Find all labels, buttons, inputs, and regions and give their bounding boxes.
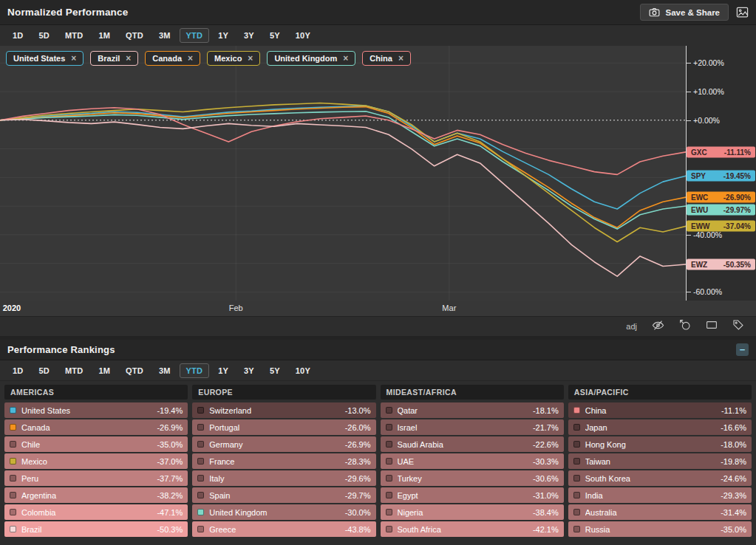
- performance-chart[interactable]: [0, 46, 686, 301]
- ranking-row[interactable]: Argentina-38.2%: [4, 487, 188, 503]
- range-tab-5y[interactable]: 5Y: [263, 363, 287, 378]
- series-swatch: [10, 526, 16, 532]
- chip-close-icon[interactable]: ×: [398, 54, 403, 63]
- ranking-row[interactable]: Israel-21.7%: [381, 419, 564, 435]
- range-tab-mtd[interactable]: MTD: [58, 28, 89, 43]
- badge-ticker: EWZ: [691, 260, 707, 268]
- chip-close-icon[interactable]: ×: [126, 54, 131, 63]
- heat-swatch: [386, 475, 392, 481]
- ranking-row[interactable]: China-11.1%: [568, 402, 752, 418]
- ranking-row[interactable]: UAE-30.3%: [381, 453, 564, 469]
- country-name: Turkey: [398, 474, 533, 483]
- series-badge-eww: EWW-37.04%: [687, 221, 755, 232]
- export-image-button[interactable]: [736, 7, 749, 18]
- ranking-row[interactable]: Taiwan-19.8%: [568, 453, 752, 469]
- heat-swatch: [10, 509, 16, 515]
- range-tab-mtd[interactable]: MTD: [58, 363, 89, 378]
- badge-value: -50.35%: [723, 260, 751, 268]
- range-tab-5d[interactable]: 5D: [32, 28, 55, 43]
- annotation-tool-button[interactable]: [679, 319, 691, 334]
- column-header: EUROPE: [192, 385, 375, 400]
- ranking-row[interactable]: Brazil-50.3%: [4, 521, 188, 537]
- heat-swatch: [386, 441, 392, 448]
- ranking-row[interactable]: Egypt-31.0%: [381, 487, 564, 503]
- country-return: -38.2%: [157, 491, 183, 500]
- region-select-button[interactable]: [706, 320, 718, 333]
- ticker-chip[interactable]: Mexico×: [207, 51, 260, 66]
- ranking-row[interactable]: Italy-29.6%: [192, 470, 375, 486]
- ticker-chip[interactable]: United States×: [6, 51, 84, 66]
- range-tab-5d[interactable]: 5D: [32, 363, 55, 378]
- ranking-row[interactable]: South Korea-24.6%: [568, 470, 752, 486]
- country-name: Germany: [209, 440, 344, 449]
- ranking-row[interactable]: Colombia-47.1%: [4, 504, 188, 520]
- range-tab-5y[interactable]: 5Y: [263, 28, 287, 43]
- range-tab-1d[interactable]: 1D: [6, 28, 30, 43]
- ranking-row[interactable]: India-29.3%: [568, 487, 752, 503]
- ranking-row[interactable]: Nigeria-38.4%: [381, 504, 564, 520]
- range-tab-qtd[interactable]: QTD: [119, 28, 150, 43]
- ranking-row[interactable]: Russia-35.0%: [568, 521, 752, 537]
- range-tab-1d[interactable]: 1D: [6, 363, 30, 378]
- country-return: -35.0%: [157, 440, 183, 449]
- ranking-row[interactable]: Switzerland-13.0%: [192, 402, 375, 418]
- ranking-row[interactable]: United States-19.4%: [4, 402, 188, 418]
- ranking-row[interactable]: Spain-29.7%: [192, 487, 375, 503]
- range-tab-1m[interactable]: 1M: [92, 28, 117, 43]
- collapse-panel-button[interactable]: −: [736, 343, 749, 356]
- ranking-row[interactable]: South Africa-42.1%: [381, 521, 564, 537]
- ticker-chip[interactable]: Brazil×: [90, 51, 138, 66]
- chip-close-icon[interactable]: ×: [71, 54, 76, 63]
- ranking-row[interactable]: United Kingdom-30.0%: [192, 504, 375, 520]
- country-return: -37.0%: [157, 457, 183, 466]
- ranking-row[interactable]: Hong Kong-18.0%: [568, 436, 752, 452]
- country-return: -22.6%: [533, 440, 559, 449]
- country-name: United Kingdom: [209, 508, 344, 517]
- range-tab-ytd[interactable]: YTD: [180, 363, 210, 378]
- ranking-row[interactable]: Saudi Arabia-22.6%: [381, 436, 564, 452]
- range-tab-3m[interactable]: 3M: [152, 28, 177, 43]
- hide-events-button[interactable]: [652, 320, 664, 334]
- ranking-row[interactable]: Chile-35.0%: [4, 436, 188, 452]
- ticker-chip[interactable]: United Kingdom×: [267, 51, 355, 66]
- range-tab-3y[interactable]: 3Y: [237, 363, 261, 378]
- range-tab-10y[interactable]: 10Y: [289, 28, 317, 43]
- ranking-row[interactable]: Greece-43.8%: [192, 521, 375, 537]
- range-tab-1m[interactable]: 1M: [92, 363, 117, 378]
- ranking-row[interactable]: Canada-26.9%: [4, 419, 188, 435]
- series-swatch: [573, 407, 580, 414]
- ranking-row[interactable]: France-28.3%: [192, 453, 375, 469]
- labels-toggle-button[interactable]: [732, 319, 744, 334]
- chip-close-icon[interactable]: ×: [188, 54, 193, 63]
- ticker-chip[interactable]: China×: [362, 51, 411, 66]
- range-tab-3m[interactable]: 3M: [152, 363, 177, 378]
- country-name: Nigeria: [398, 508, 533, 517]
- range-tab-1y[interactable]: 1Y: [211, 363, 235, 378]
- country-name: Australia: [585, 508, 721, 517]
- ranking-row[interactable]: Portugal-26.0%: [192, 419, 375, 435]
- heat-swatch: [573, 509, 580, 515]
- ranking-row[interactable]: Australia-31.4%: [568, 504, 752, 520]
- ranking-row[interactable]: Mexico-37.0%: [4, 453, 188, 469]
- adjusted-toggle[interactable]: adj: [626, 322, 637, 331]
- x-axis-label: Feb: [229, 304, 243, 312]
- country-return: -37.7%: [157, 474, 183, 483]
- ranking-row[interactable]: Qatar-18.1%: [381, 402, 564, 418]
- column-header: MIDEAST/AFRICA: [381, 385, 564, 400]
- range-tab-ytd[interactable]: YTD: [180, 28, 210, 43]
- ranking-row[interactable]: Turkey-30.6%: [381, 470, 564, 486]
- range-tab-10y[interactable]: 10Y: [289, 363, 317, 378]
- range-tab-1y[interactable]: 1Y: [211, 28, 235, 43]
- range-tab-qtd[interactable]: QTD: [119, 363, 150, 378]
- ticker-chip[interactable]: Canada×: [145, 51, 200, 66]
- chip-close-icon[interactable]: ×: [343, 54, 348, 63]
- ranking-row[interactable]: Peru-37.7%: [4, 470, 188, 486]
- chip-close-icon[interactable]: ×: [248, 54, 253, 63]
- series-badge-ewz: EWZ-50.35%: [687, 258, 755, 270]
- ranking-row[interactable]: Japan-16.6%: [568, 419, 752, 435]
- ranking-row[interactable]: Germany-26.9%: [192, 436, 375, 452]
- country-name: Italy: [209, 474, 344, 483]
- save-share-button[interactable]: Save & Share: [640, 4, 729, 21]
- range-tab-3y[interactable]: 3Y: [237, 28, 261, 43]
- country-return: -18.1%: [533, 406, 559, 415]
